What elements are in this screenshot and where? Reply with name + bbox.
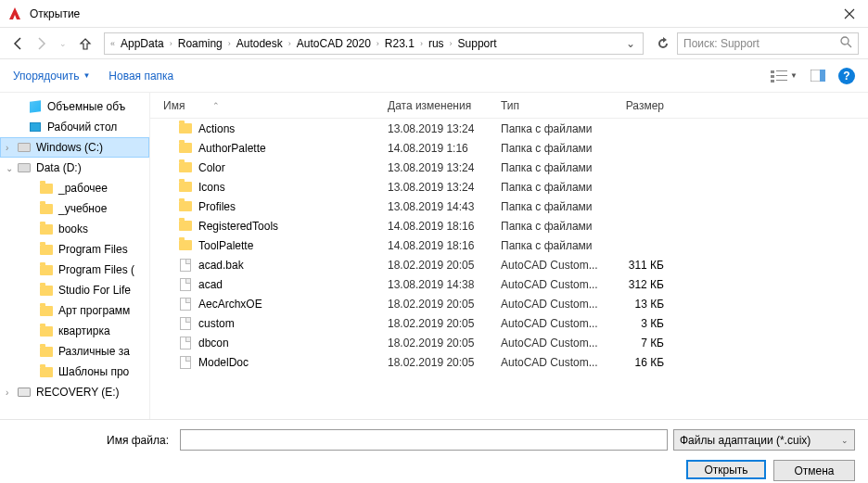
disk-icon <box>17 140 32 155</box>
tree-item[interactable]: Studio For Life <box>0 280 149 300</box>
new-folder-button[interactable]: Новая папка <box>108 70 173 83</box>
refresh-button[interactable] <box>653 33 673 54</box>
chevron-right-icon: › <box>168 39 174 48</box>
tree-label: Program Files ( <box>58 263 134 276</box>
column-size[interactable]: Размер <box>608 99 673 112</box>
file-size: 13 КБ <box>608 298 673 311</box>
tree-item[interactable]: квартирка <box>0 321 149 341</box>
column-type[interactable]: Тип <box>501 99 608 112</box>
file-date: 18.02.2019 20:05 <box>388 356 501 369</box>
tree-item[interactable]: Шаблоны про <box>0 362 149 382</box>
close-button[interactable] <box>838 3 861 25</box>
crumb-support[interactable]: Support <box>454 37 501 50</box>
crumb-roaming[interactable]: Roaming <box>174 37 226 50</box>
file-size: 7 КБ <box>608 337 673 350</box>
breadcrumb-bar[interactable]: « AppData› Roaming› Autodesk› AutoCAD 20… <box>104 32 644 55</box>
tree-item[interactable]: Program Files ( <box>0 260 149 280</box>
file-row[interactable]: Color13.08.2019 13:24Папка с файлами <box>150 158 868 177</box>
file-type: AutoCAD Custom... <box>501 337 608 350</box>
file-type: AutoCAD Custom... <box>501 278 608 291</box>
filename-input[interactable] <box>180 429 668 451</box>
crumb-rus[interactable]: rus <box>425 37 448 50</box>
cancel-button[interactable]: Отмена <box>773 460 855 481</box>
svg-rect-6 <box>776 80 787 81</box>
organize-button[interactable]: Упорядочить▼ <box>13 70 90 83</box>
svg-rect-8 <box>820 70 825 82</box>
file-row[interactable]: Icons13.08.2019 13:24Папка с файлами <box>150 177 868 197</box>
tree-label: books <box>58 222 88 235</box>
file-name: acad <box>198 278 223 291</box>
file-name: Actions <box>198 122 235 135</box>
preview-pane-button[interactable] <box>811 70 825 82</box>
tree-item[interactable]: ›RECOVERY (E:) <box>0 382 149 402</box>
up-button[interactable] <box>76 34 95 53</box>
back-button[interactable] <box>9 34 28 53</box>
file-row[interactable]: acad13.08.2019 14:38AutoCAD Custom...312… <box>150 274 868 294</box>
tree-item[interactable]: ⌄Data (D:) <box>0 158 149 178</box>
crumb-autocad2020[interactable]: AutoCAD 2020 <box>293 37 375 50</box>
recent-dropdown[interactable]: ⌄ <box>54 34 72 53</box>
tree-label: Studio For Life <box>58 284 131 297</box>
file-row[interactable]: dbcon18.02.2019 20:05AutoCAD Custom...7 … <box>150 333 868 352</box>
file-row[interactable]: AuthorPalette14.08.2019 1:16Папка с файл… <box>150 138 868 158</box>
tree-item[interactable]: Различные за <box>0 341 149 362</box>
search-icon <box>840 36 852 51</box>
tree-item[interactable]: _учебное <box>0 198 149 219</box>
file-row[interactable]: acad.bak18.02.2019 20:05AutoCAD Custom..… <box>150 255 868 274</box>
preview-pane-icon <box>811 70 825 82</box>
file-row[interactable]: ToolPalette14.08.2019 18:16Папка с файла… <box>150 235 868 255</box>
tree-item[interactable]: Рабочий стол <box>0 117 149 137</box>
file-row[interactable]: ModelDoc18.02.2019 20:05AutoCAD Custom..… <box>150 352 868 372</box>
file-name: Icons <box>198 181 225 194</box>
tree-item[interactable]: Program Files <box>0 239 149 260</box>
tree-item[interactable]: ›Windows (C:) <box>0 137 149 158</box>
file-row[interactable]: Actions13.08.2019 13:24Папка с файлами <box>150 119 868 138</box>
folder-icon <box>39 262 54 277</box>
expand-icon[interactable]: › <box>6 143 17 153</box>
file-list-area: Имя⌃ Дата изменения Тип Размер Actions13… <box>150 93 868 419</box>
column-name[interactable]: Имя⌃ <box>150 99 388 112</box>
crumb-autodesk[interactable]: Autodesk <box>233 37 287 50</box>
folder-icon <box>178 219 193 234</box>
expand-icon[interactable]: ⌄ <box>6 163 17 173</box>
tree-label: _учебное <box>58 202 107 215</box>
file-type: AutoCAD Custom... <box>501 298 608 311</box>
file-row[interactable]: Profiles13.08.2019 14:43Папка с файлами <box>150 197 868 216</box>
folder-icon <box>39 364 54 379</box>
folder-icon <box>178 238 193 253</box>
filetype-select[interactable]: Файлы адаптации (*.cuix) ⌄ <box>673 429 855 451</box>
file-name: ToolPalette <box>198 239 253 252</box>
disk-icon <box>17 160 32 175</box>
app-logo-icon <box>7 6 22 21</box>
chevron-down-icon: ⌄ <box>841 436 849 445</box>
help-button[interactable]: ? <box>838 68 855 84</box>
tree-item[interactable]: Объемные объ <box>0 96 149 117</box>
file-type: AutoCAD Custom... <box>501 356 608 369</box>
file-row[interactable]: custom18.02.2019 20:05AutoCAD Custom...3… <box>150 313 868 333</box>
file-size: 3 КБ <box>608 317 673 330</box>
tree-item[interactable]: _рабочее <box>0 178 149 198</box>
file-row[interactable]: AecArchxOE18.02.2019 20:05AutoCAD Custom… <box>150 294 868 313</box>
file-name: Color <box>198 161 225 174</box>
file-row[interactable]: RegisteredTools14.08.2019 18:16Папка с ф… <box>150 216 868 235</box>
view-mode-button[interactable]: ▼ <box>771 70 798 83</box>
file-name: Profiles <box>198 200 236 213</box>
search-input[interactable]: Поиск: Support <box>677 32 859 55</box>
chevron-right-icon: › <box>418 39 425 48</box>
breadcrumb-root-chevron[interactable]: « <box>108 39 117 48</box>
tree-item[interactable]: books <box>0 219 149 239</box>
breadcrumb-dropdown[interactable]: ⌄ <box>622 37 639 50</box>
crumb-appdata[interactable]: AppData <box>117 37 168 50</box>
open-button[interactable]: Открыть <box>686 460 766 479</box>
file-type: Папка с файлами <box>501 200 608 213</box>
folder-icon <box>178 160 193 175</box>
folder-icon <box>178 121 193 136</box>
forward-button[interactable] <box>32 34 50 53</box>
folder-icon <box>178 180 193 195</box>
tree-item[interactable]: Арт программ <box>0 300 149 321</box>
file-type: Папка с файлами <box>501 220 608 233</box>
expand-icon[interactable]: › <box>6 388 17 398</box>
column-date[interactable]: Дата изменения <box>388 99 501 112</box>
obj-icon <box>28 99 43 114</box>
crumb-r23[interactable]: R23.1 <box>381 37 418 50</box>
